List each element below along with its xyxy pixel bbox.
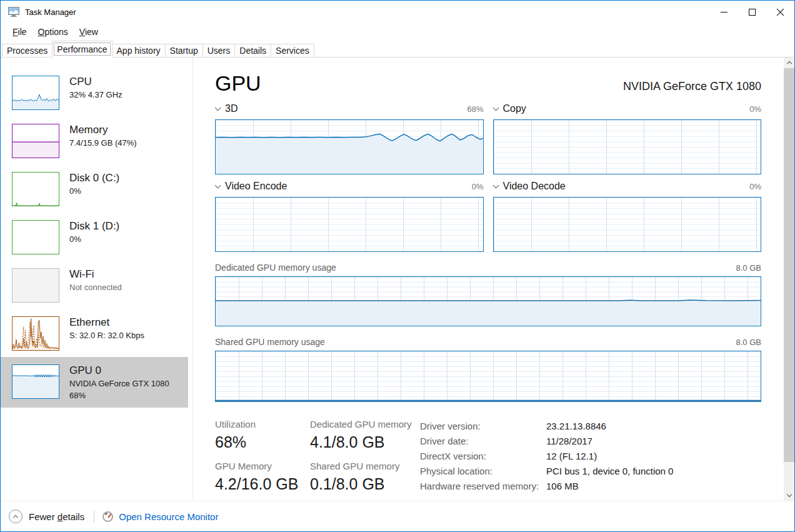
wifi-mini-chart [12,268,59,303]
chevron-down-icon[interactable] [492,105,499,111]
vertical-scrollbar[interactable] [784,58,794,501]
sidebar-item-wifi[interactable]: Wi-Fi Not connected [1,261,188,309]
tab-processes[interactable]: Processes [2,44,52,58]
utilization-label: Utilization [215,418,310,431]
driver-date-label: Driver date: [420,434,546,449]
utilization-value: 68% [215,433,310,451]
tab-performance[interactable]: Performance [52,41,112,58]
scroll-up-button[interactable] [784,58,794,68]
chevron-up-icon [786,61,791,66]
gpu-3d-chart [215,119,484,174]
separator [94,510,94,523]
scroll-down-button[interactable] [784,490,794,501]
open-resource-monitor-link[interactable]: Open Resource Monitor [119,511,218,522]
gpu-memory-value: 4.2/16.0 GB [215,474,310,493]
minimize-button[interactable] [710,1,738,23]
chevron-down-icon[interactable] [215,105,221,111]
gpu-detail-pane: GPU NVIDIA GeForce GTX 1080 3D 68% Copy … [193,58,784,501]
dedicated-memory-max: 8.0 GB [736,263,761,273]
task-manager-icon [8,7,19,17]
minimize-icon [721,12,728,13]
engine-copy-percent: 0% [749,104,761,114]
engine-3d-percent: 68% [467,104,483,114]
close-button[interactable] [766,1,794,23]
chevron-down-icon[interactable] [215,183,221,189]
content-area: CPU 32% 4.37 GHz Memory 7.4/15.9 GB (47%… [1,58,794,501]
engine-header-3d: 3D 68% [215,103,484,115]
driver-version-value: 23.21.13.8846 [546,419,606,434]
engine-header-video-encode: Video Encode 0% [215,180,484,193]
gpu-mini-chart [12,364,59,399]
engine-video-decode-percent: 0% [749,182,761,191]
sidebar-item-gpu0[interactable]: GPU 0 NVIDIA GeForce GTX 1080 68% [1,357,188,408]
chevron-up-icon [13,514,18,519]
shared-memory-chart [215,351,761,402]
gpu-memory-label: GPU Memory [215,460,310,473]
sidebar-item-cpu[interactable]: CPU 32% 4.37 GHz [1,68,188,116]
chevron-down-icon[interactable] [492,183,499,189]
fewer-details-button[interactable]: Fewer details [9,509,84,523]
maximize-icon [749,9,756,16]
driver-version-label: Driver version: [420,419,546,434]
chevron-down-icon [786,492,791,497]
menu-bar: File Options View [1,23,794,40]
tab-startup[interactable]: Startup [165,44,203,58]
performance-sidebar: CPU 32% 4.37 GHz Memory 7.4/15.9 GB (47%… [1,58,193,501]
tab-services[interactable]: Services [271,44,314,58]
sidebar-item-memory[interactable]: Memory 7.4/15.9 GB (47%) [1,116,188,164]
maximize-button[interactable] [738,1,766,23]
gpu-copy-chart [493,119,762,174]
physical-location-label: Physical location: [420,464,546,479]
directx-version-value: 12 (FL 12.1) [546,449,597,464]
menu-file[interactable]: File [7,25,32,39]
gpu-stats: Utilization 68% GPU Memory 4.2/16.0 GB D… [215,418,761,494]
memory-mini-chart [12,124,59,158]
engine-video-encode-percent: 0% [472,182,484,191]
dedicated-gpu-memory-value: 4.1/8.0 GB [310,433,420,451]
tab-details[interactable]: Details [234,44,271,58]
footer-bar: Fewer details Open Resource Monitor [1,501,794,531]
cpu-mini-chart [12,76,59,110]
ethernet-mini-chart [12,316,59,351]
gpu-device-name: NVIDIA GeForce GTX 1080 [623,80,761,96]
sidebar-item-ethernet[interactable]: Ethernet S: 32.0 R: 32.0 Kbps [1,309,188,357]
menu-view[interactable]: View [74,25,104,39]
tab-users[interactable]: Users [202,44,236,58]
gpu-video-decode-chart [493,197,762,252]
sidebar-item-disk0[interactable]: Disk 0 (C:) 0% [1,164,188,213]
tab-app-history[interactable]: App history [112,44,166,58]
dedicated-memory-chart [215,276,761,326]
dedicated-memory-header: Dedicated GPU memory usage 8.0 GB [215,263,761,273]
scrollbar-thumb[interactable] [784,68,794,462]
tab-bar: Processes Performance App history Startu… [1,40,794,58]
disk0-mini-chart [12,172,59,206]
page-title: GPU [215,71,261,96]
hardware-reserved-memory-label: Hardware reserved memory: [420,479,546,494]
engine-header-copy: Copy 0% [493,103,762,115]
hardware-reserved-memory-value: 106 MB [546,479,579,494]
shared-memory-header: Shared GPU memory usage 8.0 GB [215,337,761,347]
driver-details: Driver version: 23.21.13.8846 Driver dat… [420,418,761,494]
dedicated-gpu-memory-label: Dedicated GPU memory [310,418,420,431]
shared-gpu-memory-value: 0.1/8.0 GB [310,474,420,493]
directx-version-label: DirectX version: [420,449,546,464]
shared-gpu-memory-label: Shared GPU memory [310,460,420,473]
driver-date-value: 11/28/2017 [546,434,592,449]
close-icon [776,8,784,16]
task-manager-window: Task Manager File Options View Processes… [0,0,795,532]
menu-options[interactable]: Options [32,25,74,39]
shared-memory-max: 8.0 GB [736,338,761,347]
gpu-video-encode-chart [215,197,484,252]
title-bar: Task Manager [1,1,794,23]
disk1-mini-chart [12,220,59,254]
physical-location-value: PCI bus 1, device 0, function 0 [546,464,673,479]
resource-monitor-icon [102,511,113,522]
window-title: Task Manager [25,8,710,17]
collapse-circle-icon [9,509,22,523]
sidebar-item-disk1[interactable]: Disk 1 (D:) 0% [1,213,188,261]
engine-header-video-decode: Video Decode 0% [493,180,762,193]
